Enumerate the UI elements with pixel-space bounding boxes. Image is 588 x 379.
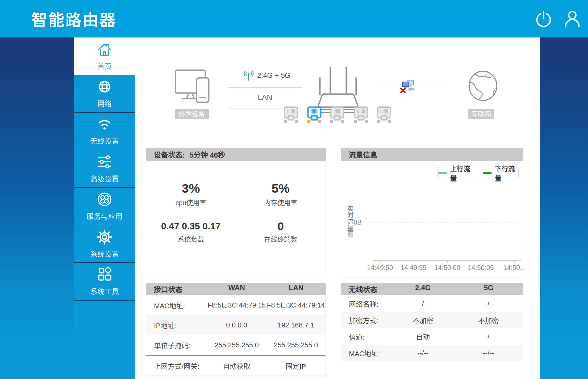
sidebar-item-label: 无线设置 [90, 136, 119, 146]
internet-badge: 互联网 [468, 109, 494, 119]
x-tick-label: 14:50... [498, 264, 523, 272]
disconnected-icon [400, 79, 415, 95]
traffic-header: 流量信息 [341, 148, 523, 161]
network-icon [97, 79, 112, 96]
wireless-status-body: 网络名称: --/-- --/-- 加密方式: 不加密 不加密 信道: 自动 -… [341, 295, 523, 379]
wireless-status-header: 无线状态 2.4G 5G [341, 283, 523, 295]
traffic-info-panel: 流量信息 上行流量 下行流量 实时流量图 0B 14:49:5 [341, 148, 523, 277]
online-clients-value: 0 [277, 220, 284, 232]
cpu-usage-label: cpu使用率 [176, 197, 206, 207]
page-title: 智能路由器 [0, 7, 116, 30]
system-load-value: 0.47 0.35 0.17 [161, 220, 221, 232]
ethernet-port-icon-active [307, 106, 322, 124]
downstream-line-swatch [483, 172, 492, 174]
sidebar-item-label: 系统设置 [90, 249, 119, 259]
table-row: 加密方式: 不加密 不加密 [341, 312, 523, 328]
memory-usage-label: 内存使用率 [264, 197, 297, 207]
chart-legend: 上行流量 下行流量 [437, 167, 519, 179]
band-24g-column-header: 2.4G [392, 284, 454, 294]
wifi-icon [97, 116, 112, 133]
sidebar: 首页 网络 无线设置 [74, 37, 135, 379]
user-icon[interactable] [565, 10, 580, 27]
wireless-antenna-icon [243, 70, 255, 82]
device-status-panel: 设备状态: 5分钟 46秒 3% cpu使用率 0.47 0.35 0.17 系… [146, 148, 326, 276]
device-status-header: 设备状态: 5分钟 46秒 [146, 148, 326, 161]
header-bar: 智能路由器 [0, 0, 588, 37]
wireless-status-title: 无线状态 [341, 284, 392, 294]
sidebar-item-label: 服务与应用 [87, 211, 123, 221]
interface-status-panel: 接口状态 WAN LAN MAC地址: F8:5E:3C:44:79:15 F8… [146, 283, 326, 379]
legend-upstream[interactable]: 上行流量 [438, 163, 474, 183]
table-row: 信道: 自动 --/-- [341, 328, 523, 345]
x-tick-label: 14:49:55 [398, 264, 429, 272]
internet-globe-icon [468, 70, 498, 102]
x-tick-label: 14:50:05 [465, 264, 497, 272]
header-actions [535, 10, 588, 27]
table-row-partial [146, 375, 326, 379]
x-tick [514, 260, 515, 263]
network-topology: 终端设备 2.4G + 5G LAN [135, 37, 540, 148]
system-load-label: 系统负载 [178, 234, 204, 244]
table-row: MAC地址: --/-- --/-- [341, 345, 523, 361]
table-row: 网络名称: --/-- --/-- [341, 295, 523, 312]
divider [228, 87, 302, 88]
zero-value-line [365, 222, 519, 222]
x-tick [447, 260, 448, 263]
power-icon[interactable] [535, 10, 552, 27]
sidebar-item-label: 系统工具 [90, 286, 119, 296]
sidebar-item-home[interactable]: 首页 [74, 37, 135, 75]
client-devices-badge: 终端设备 [175, 109, 209, 119]
wan-column-header: WAN [207, 284, 266, 294]
stat-column-right: 5% 内存使用率 0 在线终端数 [236, 182, 326, 276]
online-clients-label: 在线终端数 [264, 234, 297, 244]
cpu-usage-value: 3% [182, 182, 200, 195]
sidebar-item-label: 网络 [97, 98, 112, 108]
device-status-body: 3% cpu使用率 0.47 0.35 0.17 系统负载 5% 内存使用率 0… [146, 161, 326, 276]
ethernet-port-icon [284, 106, 298, 124]
lan-label: LAN [228, 92, 302, 103]
uptime-value: 5分钟 46秒 [190, 149, 225, 160]
sidebar-item-label: 高级设置 [90, 173, 119, 184]
interface-status-title: 接口状态 [146, 284, 207, 294]
ethernet-port-icon [330, 106, 344, 124]
wireless-band-label: 2.4G + 5G [257, 71, 290, 80]
x-tick [481, 260, 481, 263]
band-5g-column-header: 5G [454, 284, 523, 294]
traffic-title: 流量信息 [341, 149, 377, 160]
interface-status-body: MAC地址: F8:5E:3C:44:79:15 F8:5E:3C:44:79:… [146, 295, 326, 379]
table-row: 上网方式/网关: 自动获取 固定IP [146, 356, 326, 376]
x-tick-label: 14:50:00 [431, 264, 463, 272]
table-row: MAC地址: F8:5E:3C:44:79:15 F8:5E:3C:44:79:… [146, 295, 326, 315]
upstream-line-swatch [438, 172, 447, 174]
sidebar-item-wireless[interactable]: 无线设置 [74, 113, 135, 150]
memory-usage-value: 5% [272, 182, 290, 195]
y-tick-0b: 0B [351, 218, 362, 226]
lan-column-header: LAN [266, 284, 326, 294]
sidebar-item-services[interactable]: 服务与应用 [74, 188, 135, 225]
device-status-title: 设备状态: [146, 149, 185, 160]
wireless-status-panel: 无线状态 2.4G 5G 网络名称: --/-- --/-- 加密方式: 不加密… [341, 283, 523, 379]
services-icon [97, 191, 112, 208]
x-tick [380, 260, 381, 263]
table-row: 单位子掩码: 255.255.255.0 255.255.255.0 [146, 335, 326, 355]
gear-icon [97, 229, 112, 246]
traffic-chart: 上行流量 下行流量 实时流量图 0B 14:49:50 14:49:55 14:… [341, 161, 523, 277]
legend-downstream[interactable]: 下行流量 [483, 163, 518, 183]
home-icon [97, 41, 112, 58]
interface-status-header: 接口状态 WAN LAN [146, 283, 326, 295]
x-tick-label: 14:49:50 [364, 264, 396, 272]
x-tick [414, 260, 414, 263]
stat-column-left: 3% cpu使用率 0.47 0.35 0.17 系统负载 [146, 182, 236, 276]
client-devices-icon [175, 69, 212, 104]
ethernet-port-icon [377, 106, 391, 124]
table-row: IP地址: 0.0.0.0 192.168.7.1 [146, 315, 326, 335]
ethernet-port-icon [354, 106, 368, 124]
sidebar-item-advanced[interactable]: 高级设置 [74, 150, 135, 188]
tools-icon [97, 267, 112, 284]
sliders-icon [97, 154, 112, 171]
sidebar-item-system-settings[interactable]: 系统设置 [74, 225, 135, 263]
sidebar-item-system-tools[interactable]: 系统工具 [74, 263, 135, 300]
main-content: 终端设备 2.4G + 5G LAN [135, 37, 540, 379]
sidebar-item-label: 首页 [97, 61, 112, 71]
sidebar-item-network[interactable]: 网络 [74, 75, 135, 112]
